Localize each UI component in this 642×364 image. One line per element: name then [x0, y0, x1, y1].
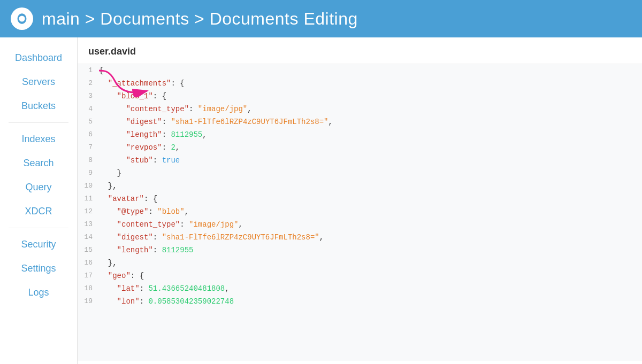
- line-number: 10: [78, 180, 99, 192]
- code-line: 10 },: [78, 180, 642, 192]
- line-number: 11: [78, 192, 99, 205]
- line-content: "digest": "sha1-FlTfe6lRZP4zC9UYT6JFmLTh…: [99, 115, 642, 128]
- line-number: 17: [78, 269, 99, 282]
- line-number: 13: [78, 218, 99, 231]
- line-number: 5: [78, 115, 99, 128]
- line-number: 19: [78, 295, 99, 308]
- line-number: 6: [78, 128, 99, 141]
- line-number: 16: [78, 257, 99, 269]
- sidebar-item-search[interactable]: Search: [0, 151, 77, 175]
- code-line: 7 "revpos": 2,: [78, 141, 642, 154]
- svg-point-1: [19, 16, 25, 21]
- line-content: "length": 8112955,: [99, 128, 642, 141]
- code-editor[interactable]: 1{2 "_attachments": {3 "blob_1": {4 "con…: [78, 64, 642, 361]
- line-number: 8: [78, 154, 99, 167]
- line-content: }: [99, 167, 642, 180]
- line-content: "geo": {: [99, 269, 642, 282]
- code-line: 13 "content_type": "image/jpg",: [78, 218, 642, 231]
- sidebar-item-indexes[interactable]: Indexes: [0, 127, 77, 151]
- code-line: 2 "_attachments": {: [78, 77, 642, 90]
- page-title: main > Documents > Documents Editing: [42, 9, 358, 29]
- sidebar-item-query[interactable]: Query: [0, 175, 77, 199]
- code-line: 16 },: [78, 257, 642, 269]
- code-line: 15 "length": 8112955: [78, 244, 642, 257]
- line-number: 18: [78, 282, 99, 295]
- sidebar-item-settings[interactable]: Settings: [0, 257, 77, 281]
- line-content: "@type": "blob",: [99, 205, 642, 218]
- line-content: "_attachments": {: [99, 77, 642, 90]
- line-content: "content_type": "image/jpg",: [99, 218, 642, 231]
- document-editor: user.david 1{2 "_attachments": {3 "blob_…: [78, 37, 642, 364]
- sidebar-divider-2: [9, 228, 68, 228]
- line-content: },: [99, 257, 642, 269]
- line-content: "revpos": 2,: [99, 141, 642, 154]
- document-title: user.david: [78, 37, 642, 64]
- line-number: 15: [78, 244, 99, 257]
- line-content: "blob_1": {: [99, 90, 642, 103]
- line-number: 2: [78, 77, 99, 90]
- sidebar-item-servers[interactable]: Servers: [0, 70, 77, 94]
- line-content: "lat": 51.43665240481808,: [99, 282, 642, 295]
- code-line: 1{: [78, 64, 642, 77]
- sidebar-item-xdcr[interactable]: XDCR: [0, 199, 77, 223]
- code-line: 5 "digest": "sha1-FlTfe6lRZP4zC9UYT6JFmL…: [78, 115, 642, 128]
- line-number: 7: [78, 141, 99, 154]
- line-number: 14: [78, 231, 99, 244]
- sidebar: Dashboard Servers Buckets Indexes Search…: [0, 37, 78, 364]
- line-content: "lon": 0.05853042359022748: [99, 295, 642, 308]
- code-line: 12 "@type": "blob",: [78, 205, 642, 218]
- code-line: 11 "avatar": {: [78, 192, 642, 205]
- code-line: 17 "geo": {: [78, 269, 642, 282]
- code-line: 19 "lon": 0.05853042359022748: [78, 295, 642, 308]
- line-content: },: [99, 180, 642, 192]
- code-line: 8 "stub": true: [78, 154, 642, 167]
- line-content: "avatar": {: [99, 192, 642, 205]
- line-content: "digest": "sha1-FlTfe6lRZP4zC9UYT6JFmLTh…: [99, 231, 642, 244]
- line-number: 9: [78, 167, 99, 180]
- line-number: 12: [78, 205, 99, 218]
- line-number: 3: [78, 90, 99, 103]
- code-line: 9 }: [78, 167, 642, 180]
- main-layout: Dashboard Servers Buckets Indexes Search…: [0, 37, 642, 364]
- app-logo: [11, 7, 33, 30]
- sidebar-item-logs[interactable]: Logs: [0, 281, 77, 305]
- sidebar-divider-1: [9, 122, 68, 123]
- code-line: 3 "blob_1": {: [78, 90, 642, 103]
- app-header: main > Documents > Documents Editing: [0, 0, 642, 37]
- line-number: 1: [78, 64, 99, 77]
- code-line: 14 "digest": "sha1-FlTfe6lRZP4zC9UYT6JFm…: [78, 231, 642, 244]
- sidebar-item-dashboard[interactable]: Dashboard: [0, 46, 77, 70]
- code-line: 6 "length": 8112955,: [78, 128, 642, 141]
- sidebar-item-security[interactable]: Security: [0, 233, 77, 257]
- line-number: 4: [78, 103, 99, 115]
- code-line: 18 "lat": 51.43665240481808,: [78, 282, 642, 295]
- line-content: {: [99, 64, 642, 77]
- line-content: "length": 8112955: [99, 244, 642, 257]
- line-content: "stub": true: [99, 154, 642, 167]
- line-content: "content_type": "image/jpg",: [99, 103, 642, 115]
- sidebar-item-buckets[interactable]: Buckets: [0, 94, 77, 118]
- code-line: 4 "content_type": "image/jpg",: [78, 103, 642, 115]
